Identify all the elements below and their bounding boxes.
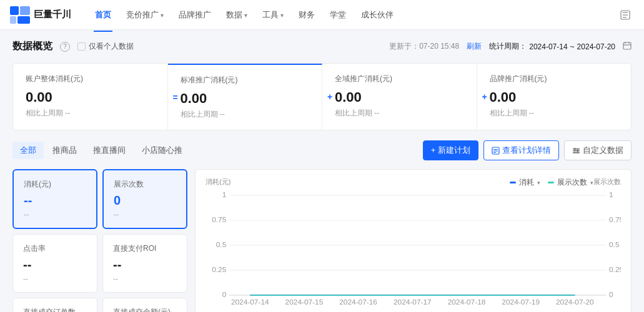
tab-推商品[interactable]: 推商品 (45, 142, 84, 159)
svg-text:0: 0 (222, 291, 227, 298)
svg-text:1: 1 (222, 192, 227, 198)
legend-dot-teal (548, 182, 554, 183)
chart-svg: 1 0.75 0.5 0.25 0 1 0.75 0.5 0.25 0 2024… (206, 189, 621, 312)
card-value-0: 0.00 (26, 89, 155, 105)
card-value-3: 0.00 (490, 89, 619, 105)
card-label-2: 全域推广消耗(元) (335, 74, 464, 84)
metric-value: -- (113, 258, 177, 272)
card-label-0: 账户整体消耗(元) (26, 74, 155, 84)
metric-compare: -- (114, 210, 176, 219)
svg-rect-3 (17, 16, 30, 24)
nav-item-竞价推广[interactable]: 竞价推广▾ (125, 7, 165, 23)
svg-text:0.25: 0.25 (212, 266, 226, 273)
tab-list: 全部推商品推直播间小店随心推 (12, 142, 190, 159)
metric-compare: -- (24, 210, 86, 219)
metric-label: 消耗(元) (24, 179, 86, 190)
refresh-button[interactable]: 刷新 (467, 41, 482, 52)
tab-推直播间[interactable]: 推直播间 (86, 142, 133, 159)
svg-rect-2 (10, 16, 16, 24)
nav-item-品牌推广[interactable]: 品牌推广 (177, 7, 212, 23)
page-header: 数据概览 ? 仅看个人数据 更新于：07-20 15:48 刷新 统计周期： 2… (12, 40, 632, 53)
metric-label: 直接成交金额(元) (113, 307, 177, 312)
metric-card-1-0: 点击率 -- -- (12, 234, 97, 293)
metric-label: 展示次数 (114, 179, 176, 190)
legend-item-消耗[interactable]: 消耗 ▾ (510, 177, 540, 188)
nav-item-学堂[interactable]: 学堂 (329, 7, 347, 23)
metric-card-0-0: 消耗(元) -- -- (12, 169, 97, 229)
card-compare-0: 相比上周期 -- (26, 108, 155, 119)
svg-text:2024-07-19: 2024-07-19 (502, 299, 540, 306)
metric-card-2-0: 直接成交订单数 0 -- (12, 298, 97, 312)
svg-text:0.75: 0.75 (609, 217, 621, 223)
metric-value: -- (23, 258, 87, 272)
logo-text: 巨量千川 (34, 9, 71, 21)
action-buttons: + 新建计划 查看计划详情 自定义数据 (423, 140, 632, 160)
svg-text:0.25: 0.25 (609, 266, 621, 273)
update-info: 更新于：07-20 15:48 (389, 41, 459, 52)
view-plan-button[interactable]: 查看计划详情 (483, 140, 559, 160)
svg-text:1: 1 (609, 192, 613, 198)
card-value-2: 0.00 (335, 89, 464, 105)
svg-rect-16 (573, 149, 580, 150)
logo-icon (10, 6, 30, 24)
nav-item-数据[interactable]: 数据▾ (225, 7, 249, 23)
tabs-row: 全部推商品推直播间小店随心推 + 新建计划 查看计划详情 自定义数据 (12, 140, 632, 160)
settings-icon[interactable] (617, 6, 634, 24)
svg-rect-18 (573, 152, 580, 154)
only-mine-toggle[interactable]: 仅看个人数据 (77, 41, 134, 52)
customize-label: 自定义数据 (583, 145, 623, 156)
metric-label: 直接成交订单数 (23, 307, 87, 312)
view-plan-label: 查看计划详情 (502, 145, 551, 156)
svg-text:0.5: 0.5 (216, 241, 226, 248)
page-title: 数据概览 (12, 40, 52, 53)
legend-label: 消耗 (519, 177, 534, 188)
only-mine-checkbox[interactable] (77, 42, 86, 51)
svg-text:2024-07-17: 2024-07-17 (394, 299, 432, 306)
calendar-icon[interactable] (623, 41, 632, 52)
card-prefix-2: + (327, 92, 332, 102)
svg-text:2024-07-20: 2024-07-20 (556, 299, 594, 306)
main-content: 消耗(元) -- -- 展示次数 0 -- 点击率 -- -- 直接支付ROI … (12, 169, 632, 312)
metric-row-0: 消耗(元) -- -- 展示次数 0 -- (12, 169, 187, 229)
svg-text:0.5: 0.5 (609, 241, 619, 248)
svg-text:2024-07-18: 2024-07-18 (448, 299, 486, 306)
tab-全部[interactable]: 全部 (12, 142, 44, 159)
legend-dot-blue (510, 182, 516, 183)
nav-item-工具[interactable]: 工具▾ (261, 7, 285, 23)
svg-text:2024-07-14: 2024-07-14 (231, 299, 269, 306)
legend-item-展示次数[interactable]: 展示次数 ▾ (548, 177, 593, 188)
svg-rect-19 (575, 148, 576, 150)
svg-rect-8 (623, 42, 631, 49)
svg-text:0: 0 (609, 291, 613, 298)
metric-value: 0 (114, 193, 176, 208)
new-plan-button[interactable]: + 新建计划 (423, 140, 478, 160)
card-label-3: 品牌推广消耗(元) (490, 74, 619, 84)
tab-小店随心推[interactable]: 小店随心推 (134, 142, 190, 159)
summary-cards: 账户整体消耗(元) 0.00 相比上周期 -- = 标准推广消耗(元) 0.00… (12, 63, 632, 130)
card-prefix-1: = (173, 92, 178, 102)
legend-label: 展示次数 (557, 177, 587, 188)
chart-header: 消耗(元) 消耗 ▾展示次数 ▾ 展示次数 (206, 177, 621, 189)
period-start: 2024-07-14 (529, 42, 567, 51)
svg-rect-0 (10, 6, 19, 15)
svg-rect-20 (577, 150, 578, 152)
metric-label: 点击率 (23, 243, 87, 254)
stat-period: 统计周期： 2024-07-14 ~ 2024-07-20 (489, 41, 615, 52)
metrics-column: 消耗(元) -- -- 展示次数 0 -- 点击率 -- -- 直接支付ROI … (12, 169, 187, 312)
customize-button[interactable]: 自定义数据 (564, 140, 632, 160)
nav-item-首页[interactable]: 首页 (94, 7, 112, 23)
metric-compare: -- (23, 275, 87, 283)
only-mine-label: 仅看个人数据 (89, 41, 134, 52)
chart-legend: 消耗 ▾展示次数 ▾ (230, 176, 593, 189)
chart-title-left: 消耗(元) (206, 177, 230, 187)
svg-text:0.75: 0.75 (212, 217, 226, 223)
metric-card-2-1: 直接成交金额(元) 0.00 -- (102, 298, 187, 312)
metric-card-0-1: 展示次数 0 -- (102, 169, 187, 229)
help-icon[interactable]: ? (60, 42, 70, 52)
metric-row-1: 点击率 -- -- 直接支付ROI -- -- (12, 234, 187, 293)
summary-card-3: + 品牌推广消耗(元) 0.00 相比上周期 -- (477, 64, 632, 130)
metric-value: -- (24, 193, 86, 208)
nav-item-财务[interactable]: 财务 (297, 7, 316, 23)
nav-items: 首页竞价推广▾品牌推广数据▾工具▾财务学堂成长伙伴 (94, 7, 395, 23)
nav-item-成长伙伴[interactable]: 成长伙伴 (360, 7, 395, 23)
